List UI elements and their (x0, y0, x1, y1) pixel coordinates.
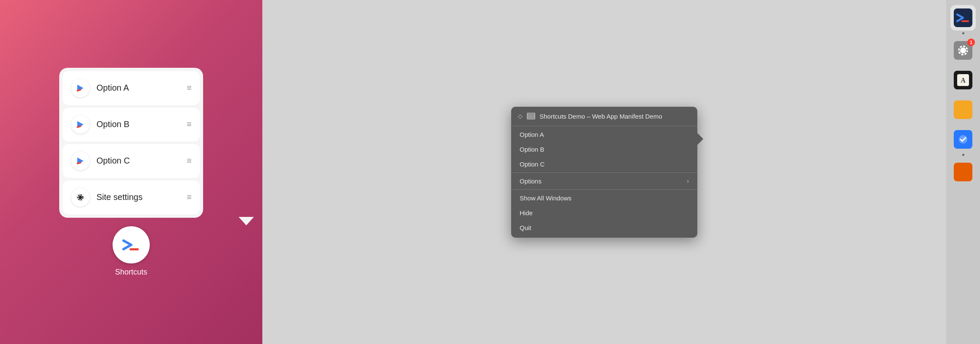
app-icon-bottom[interactable] (113, 226, 150, 264)
submenu-chevron-icon: › (687, 178, 689, 184)
dock-item-shortcuts[interactable] (950, 5, 976, 31)
shortcut-popup: Option A ≡ Option B ≡ Option C (59, 68, 203, 218)
option-a-label: Option A (96, 83, 180, 93)
dock: 1 A 🍍 🦊 (946, 0, 980, 344)
dock-item-orange-app[interactable]: 🦊 (950, 159, 976, 185)
option-b-icon (71, 115, 90, 134)
macos-context-menu: ◇ Shortcuts Demo – Web App Manifest Demo… (511, 107, 697, 238)
drag-handle-c: ≡ (187, 156, 191, 166)
window-body-bar (528, 115, 534, 117)
shortcuts-dot (962, 32, 964, 34)
menu-item-hide[interactable]: Hide (511, 205, 697, 220)
shortcut-item-option-c[interactable]: Option C ≡ (63, 144, 200, 178)
blue-app-dot (962, 154, 964, 156)
drag-handle-a: ≡ (187, 83, 191, 93)
dock-item-fontbook[interactable]: A (950, 67, 976, 93)
dock-item-blue-app[interactable] (950, 127, 976, 152)
site-settings-label: Site settings (96, 192, 180, 202)
options-divider (511, 172, 697, 173)
notification-badge: 1 (967, 39, 975, 46)
menu-header: ◇ Shortcuts Demo – Web App Manifest Demo (511, 109, 697, 125)
popup-tail (239, 217, 254, 225)
option-c-label: Option C (96, 156, 180, 166)
dock-item-system-preferences[interactable]: 1 (950, 38, 976, 63)
center-panel: ◇ Shortcuts Demo – Web App Manifest Demo… (262, 0, 946, 344)
shortcut-item-option-b[interactable]: Option B ≡ (63, 108, 200, 141)
menu-item-option-b[interactable]: Option B (511, 142, 697, 157)
menu-item-options[interactable]: Options › (511, 174, 697, 189)
menu-item-show-windows[interactable]: Show All Windows (511, 191, 697, 205)
site-settings-icon (71, 188, 90, 207)
drag-handle-settings: ≡ (187, 192, 191, 202)
menu-title: Shortcuts Demo – Web App Manifest Demo (540, 113, 662, 120)
header-divider (511, 126, 697, 126)
svg-rect-8 (129, 248, 139, 250)
shortcut-item-site-settings[interactable]: Site settings ≡ (63, 180, 200, 214)
option-b-label: Option B (96, 119, 180, 129)
drag-handle-b: ≡ (187, 119, 191, 129)
window-body-bar-2 (528, 117, 534, 119)
option-a-icon (71, 79, 90, 97)
svg-text:A: A (961, 77, 966, 84)
svg-rect-10 (961, 20, 969, 22)
window-title-bar (528, 114, 534, 114)
svg-rect-21 (954, 163, 972, 181)
menu-item-quit[interactable]: Quit (511, 220, 697, 235)
app-label: Shortcuts (115, 268, 147, 277)
window-icon (527, 113, 535, 119)
diamond-icon: ◇ (518, 113, 523, 119)
svg-rect-17 (954, 100, 972, 119)
windows-divider (511, 189, 697, 190)
option-c-icon (71, 152, 90, 170)
left-panel: Option A ≡ Option B ≡ Option C (0, 0, 262, 344)
shortcut-item-option-a[interactable]: Option A ≡ (63, 71, 200, 105)
menu-item-option-a[interactable]: Option A (511, 127, 697, 142)
svg-point-6 (79, 196, 82, 199)
menu-item-option-c[interactable]: Option C (511, 157, 697, 172)
dock-item-fruit[interactable]: 🍍 (950, 97, 976, 122)
svg-point-12 (960, 47, 966, 53)
